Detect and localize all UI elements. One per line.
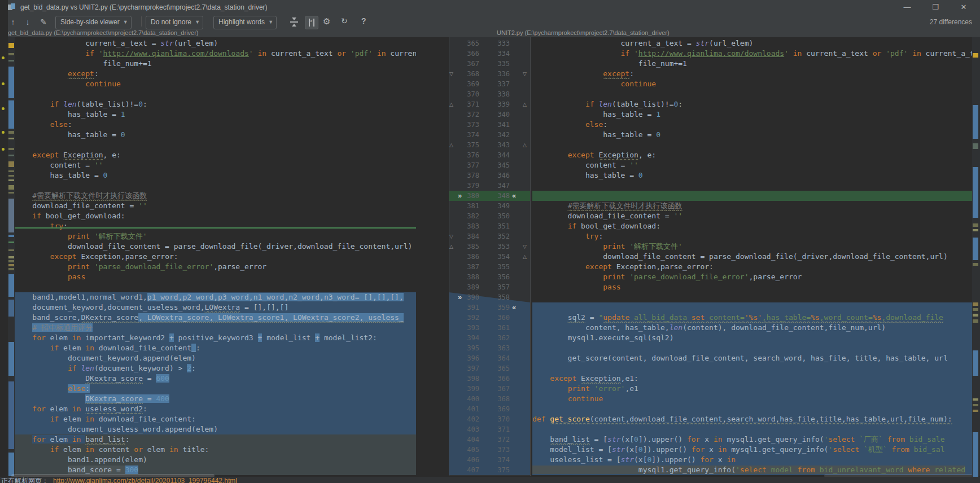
line-number[interactable]: 368: [485, 394, 510, 404]
help-button[interactable]: ?: [361, 16, 366, 25]
line-number[interactable]: 392: [454, 313, 479, 323]
line-number[interactable]: 365: [454, 38, 479, 49]
code-line[interactable]: for elem in useless_word2:: [15, 404, 416, 414]
line-number[interactable]: 351: [485, 221, 510, 231]
line-number[interactable]: 357: [485, 282, 510, 292]
code-line[interactable]: download_file_content = parse_download_f…: [15, 242, 416, 252]
code-line[interactable]: content = '': [532, 160, 972, 170]
close-button[interactable]: ✕: [954, 2, 973, 13]
line-number[interactable]: 355: [485, 262, 510, 272]
code-line[interactable]: [532, 292, 972, 302]
code-line[interactable]: has_table = 0: [15, 170, 416, 181]
stripe-mark[interactable]: [973, 167, 978, 218]
line-number[interactable]: 353: [485, 242, 510, 252]
stripe-mark[interactable]: [973, 223, 978, 227]
code-line[interactable]: [532, 404, 972, 414]
code-line[interactable]: model_list = [str(x[0]).upper() for x in…: [532, 445, 972, 455]
left-editor[interactable]: current_a_text = str(url_elem) if 'http:…: [15, 37, 416, 476]
stripe-mark[interactable]: [973, 319, 978, 323]
code-line[interactable]: [532, 363, 972, 374]
line-number[interactable]: 358: [485, 292, 510, 302]
fold-marker-icon[interactable]: △: [523, 252, 527, 262]
line-number[interactable]: 348: [485, 191, 510, 201]
code-line[interactable]: pass: [15, 272, 416, 282]
line-number[interactable]: 395: [454, 343, 479, 353]
line-number[interactable]: 342: [485, 130, 510, 140]
stripe-mark[interactable]: [973, 314, 978, 317]
code-line[interactable]: try:: [15, 221, 416, 231]
line-number[interactable]: 371: [485, 424, 510, 434]
stripe-mark[interactable]: [973, 229, 978, 231]
stripe-mark[interactable]: [973, 263, 978, 266]
stripe-mark[interactable]: [973, 398, 978, 401]
line-number[interactable]: 337: [485, 79, 510, 89]
code-line[interactable]: else:: [532, 120, 972, 130]
code-line[interactable]: file_num+=1: [15, 59, 416, 69]
line-number[interactable]: 399: [454, 384, 479, 394]
stripe-mark[interactable]: [8, 60, 14, 62]
code-line[interactable]: has_table = 1: [15, 109, 416, 120]
ignore-policy-select[interactable]: Do not ignore▼: [146, 16, 203, 29]
line-number[interactable]: 370: [454, 89, 479, 99]
line-number[interactable]: 363: [485, 343, 510, 353]
code-line[interactable]: else:: [15, 120, 416, 130]
code-line[interactable]: except Exception,e1:: [532, 374, 972, 384]
stripe-mark[interactable]: [8, 175, 14, 177]
stripe-mark[interactable]: [973, 105, 978, 139]
stripe-mark[interactable]: [973, 350, 978, 376]
line-number[interactable]: 386: [454, 252, 479, 262]
code-line[interactable]: useless_list = [str(x[0]).upper() for x …: [532, 455, 972, 465]
line-number[interactable]: 370: [485, 414, 510, 424]
line-number[interactable]: 379: [454, 181, 479, 191]
minimize-button[interactable]: —: [898, 2, 917, 13]
code-line[interactable]: for elem in band_list:: [15, 434, 416, 445]
stripe-mark[interactable]: [8, 268, 14, 270]
code-line[interactable]: file_num+=1: [532, 59, 972, 69]
code-line[interactable]: [15, 89, 416, 99]
line-number[interactable]: 373: [485, 445, 510, 455]
line-number[interactable]: 340: [485, 109, 510, 120]
code-line[interactable]: [532, 181, 972, 191]
stripe-mark[interactable]: [8, 242, 14, 243]
line-number[interactable]: 334: [485, 49, 510, 59]
line-number[interactable]: 344: [485, 150, 510, 160]
stripe-mark[interactable]: [8, 179, 14, 181]
stripe-mark[interactable]: [973, 308, 978, 311]
line-number[interactable]: 391: [454, 302, 479, 313]
line-number[interactable]: 369: [454, 79, 479, 89]
code-line[interactable]: print '解析下载文件': [15, 231, 416, 242]
code-line[interactable]: if bool_get_download:: [532, 221, 972, 231]
code-line[interactable]: except Exception,parse_error:: [532, 262, 972, 272]
refresh-icon[interactable]: ↻: [341, 16, 348, 25]
code-line[interactable]: if elem in download_file_content:: [15, 414, 416, 424]
stripe-mark[interactable]: [8, 381, 14, 449]
code-line[interactable]: band_list = [str(x[0]).upper() for x in …: [532, 434, 972, 445]
line-number[interactable]: 403: [454, 424, 479, 434]
stripe-mark[interactable]: [8, 67, 14, 98]
code-line[interactable]: continue: [532, 79, 972, 89]
stripe-mark[interactable]: [8, 138, 14, 139]
stripe-mark[interactable]: [8, 131, 14, 134]
code-line[interactable]: except Exception, e:: [15, 150, 416, 160]
line-number[interactable]: 400: [454, 394, 479, 404]
code-line[interactable]: if elem in content or elem in title:: [15, 445, 416, 455]
line-number[interactable]: 394: [454, 333, 479, 343]
stripe-mark[interactable]: [8, 342, 14, 376]
line-number[interactable]: 384: [454, 231, 479, 242]
line-number[interactable]: 356: [485, 272, 510, 282]
line-number[interactable]: 367: [485, 384, 510, 394]
maximize-button[interactable]: ❒: [926, 2, 945, 13]
line-number[interactable]: 406: [454, 455, 479, 465]
stripe-mark[interactable]: [8, 199, 14, 232]
code-line[interactable]: mysql1.execute_sql(sql2): [532, 333, 972, 343]
line-number[interactable]: 407: [454, 465, 479, 475]
line-number[interactable]: 374: [454, 130, 479, 140]
line-number[interactable]: 372: [454, 109, 479, 120]
code-line[interactable]: sql2 = "update all_bid_data set content=…: [532, 313, 972, 323]
stripe-mark[interactable]: [8, 161, 14, 167]
code-line[interactable]: download_file_content = '': [532, 211, 972, 221]
code-line[interactable]: if 'http://www.qianlima.com/downloads' i…: [532, 49, 972, 59]
current-diff-chevron-left[interactable]: »: [458, 191, 462, 201]
line-number[interactable]: 383: [454, 221, 479, 231]
left-error-stripe[interactable]: [8, 37, 15, 476]
